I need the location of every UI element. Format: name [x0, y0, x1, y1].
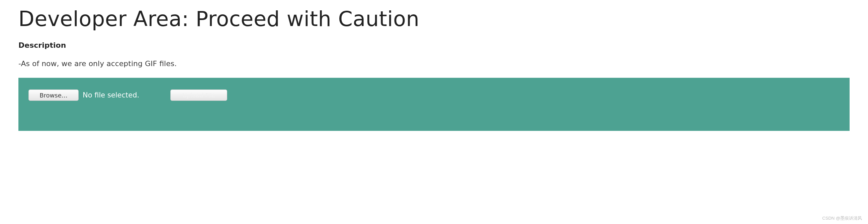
description-text: -As of now, we are only accepting GIF fi…: [19, 60, 849, 68]
page-container: Developer Area: Proceed with Caution Des…: [0, 0, 868, 144]
upload-panel: Browse… No file selected. Upload File: [19, 78, 849, 131]
file-status-text: No file selected.: [83, 91, 139, 99]
upload-row: Browse… No file selected. Upload File: [28, 89, 840, 101]
upload-file-button[interactable]: Upload File: [170, 89, 227, 101]
browse-button[interactable]: Browse…: [28, 89, 79, 101]
description-label: Description: [19, 41, 849, 49]
page-title: Developer Area: Proceed with Caution: [19, 7, 849, 31]
